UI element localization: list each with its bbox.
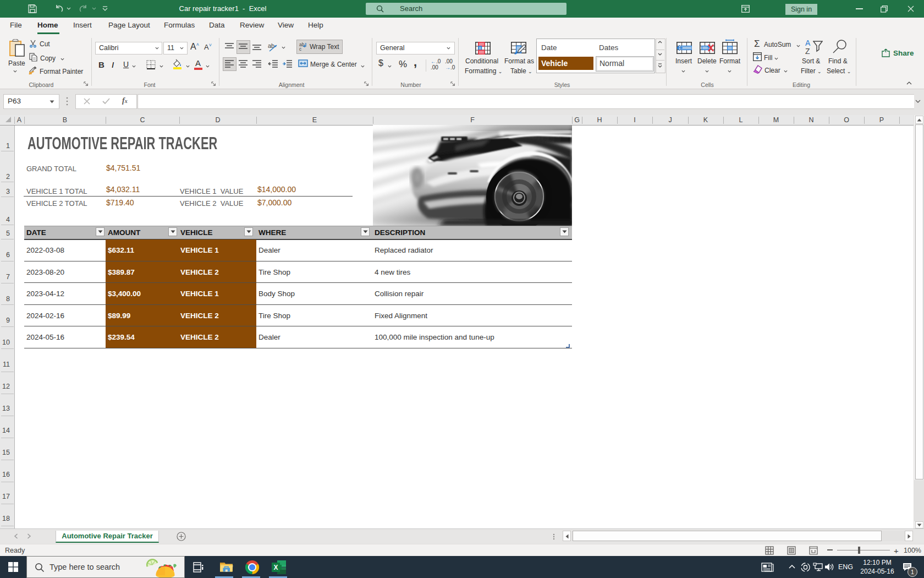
svg-text:X: X [273,564,278,571]
